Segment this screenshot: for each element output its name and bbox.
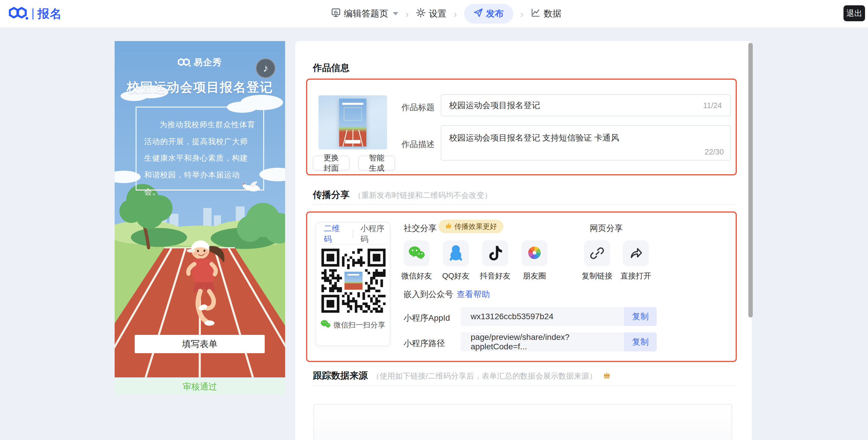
title-field-label: 作品标题 [402,102,435,113]
poster-intro-text: 为推动我校师生群众性体育活动的开展，提高我校广大师生健康水平和身心素质，构建和谐… [144,116,255,200]
tab-separator [353,229,353,238]
vip-crown-icon [602,371,611,382]
open-direct-button[interactable] [623,240,649,266]
social-share-badge: 传播效果更好 [438,220,503,233]
desc-field-label: 作品描述 [402,139,435,150]
exit-button[interactable]: 退出 [843,5,865,21]
editor-screen-icon [331,8,341,20]
fill-form-button[interactable]: 填写表单 [135,335,265,353]
step-nav: 编辑答题页 › 设置 [331,0,561,28]
music-note-icon: ♪ [263,62,268,74]
music-toggle-button[interactable]: ♪ [255,58,276,78]
share-moments-label[interactable]: 朋友圈 [511,271,558,281]
tracking-empty-box [313,404,732,440]
share-moments-button[interactable] [522,240,548,266]
social-share-title: 社交分享 [404,223,437,234]
tiktok-note-icon [488,245,503,262]
qr-tabs-divider [320,244,387,245]
nav-step-data[interactable]: 数据 [531,8,561,20]
panel-scrollbar[interactable] [748,43,753,317]
path-value-box: page/preview/share/index?appletCode=f... [461,333,624,351]
share-section-note: （重新发布时链接和二维码均不会改变） [354,191,492,200]
yiqixiu-logo-white-icon [178,58,191,67]
publish-page: 报名 编辑答题页 › [0,0,868,440]
share-wechat-button[interactable] [404,240,430,266]
poster-title: 校园运动会项目报名登记 [115,79,285,96]
nav-step-label: 发布 [486,8,504,20]
share-douyin-button[interactable] [482,240,508,266]
share-box: 二维码 小程序码 [306,212,737,362]
step-separator-icon: › [454,9,457,19]
path-copy-button[interactable]: 复制 [624,333,657,351]
appid-value: wx13126ccb53597b24 [471,312,553,321]
gear-icon [416,8,426,20]
path-label: 小程序路径 [404,338,445,349]
qq-penguin-icon [448,245,463,262]
nav-step-settings[interactable]: 设置 [416,8,446,20]
web-share-title: 网页分享 [590,223,623,234]
wechat-icon [320,319,331,330]
cover-thumbnail[interactable] [318,95,387,150]
nav-step-label: 设置 [429,8,446,20]
open-direct-label[interactable]: 直接打开 [612,271,659,281]
work-info-section-title: 作品信息 [313,62,349,74]
review-status-badge: 审核通过 [115,379,285,395]
change-cover-button[interactable]: 更换封面 [313,156,349,170]
qr-code-image[interactable] [321,249,385,313]
embed-label: 嵌入到公众号 [404,289,453,300]
tracking-divider [313,385,737,386]
share-arrow-icon [628,245,643,261]
share-qq-button[interactable] [443,240,469,266]
ai-generate-button[interactable]: 智能生成 [359,156,395,170]
brand-logo[interactable]: 报名 [9,0,62,28]
appid-value-box: wx13126ccb53597b24 [461,307,624,326]
empty-state-illustration [471,416,571,440]
qr-scan-hint: 微信扫一扫分享 [316,319,390,330]
logo-divider [32,8,33,20]
qr-card: 二维码 小程序码 [315,222,390,346]
poster-brand-text: 易企秀 [194,56,222,68]
wechat-icon [408,245,425,261]
step-separator-icon: › [520,9,524,19]
moments-aperture-icon [526,245,542,262]
title-input[interactable] [441,94,731,116]
cover-thumbnail-image [339,99,366,147]
nav-step-label: 编辑答题页 [344,8,388,20]
qr-tabs: 二维码 小程序码 [316,227,390,240]
title-char-counter: 11/24 [703,101,722,110]
nav-step-publish-active[interactable]: 发布 [464,4,513,24]
path-value: page/preview/share/index?appletCode=f... [471,333,624,351]
yiqixiu-logo-icon [9,6,28,21]
poster-intro-box: 为推动我校师生群众性体育活动的开展，提高我校广大师生健康水平和身心素质，构建和谐… [135,106,264,190]
desc-char-counter: 22/30 [705,147,724,157]
step-separator-icon: › [405,9,409,19]
embed-help-link[interactable]: 查看帮助 [457,289,490,300]
work-info-box: 作品标题 11/24 作品描述 校园运动会项目报名登记 支持短信验证 卡通风 2… [306,78,737,176]
share-section-title: 传播分享（重新发布时链接和二维码均不会改变） [313,189,492,201]
appid-copy-button[interactable]: 复制 [624,307,657,326]
desc-textarea-wrap: 校园运动会项目报名登记 支持短信验证 卡通风 22/30 [441,125,731,161]
tracking-section-note: （使用如下链接/二维码分享后，表单汇总的数据会展示数据来源） [372,372,597,380]
appid-label: 小程序AppId [404,312,450,324]
send-plane-icon [473,8,483,20]
desc-textarea[interactable]: 校园运动会项目报名登记 支持短信验证 卡通风 [441,126,730,160]
share-divider [313,204,737,205]
qr-center-thumbnail [343,270,364,291]
chevron-down-icon[interactable] [393,12,398,15]
publish-settings-panel: 作品信息 作品标题 11/24 作品描述 校园运动会项目报名登记 支持短信验证 … [295,41,752,440]
logo-text: 报名 [37,6,62,22]
top-bar: 报名 编辑答题页 › [0,0,868,28]
tab-qrcode[interactable]: 二维码 [324,223,346,245]
copy-link-button[interactable] [584,240,610,266]
link-icon [590,245,604,261]
poster-preview[interactable]: 易企秀 ♪ 校园运动会项目报名登记 为推动我校师生群众性体育活动的开展，提高我校… [115,41,285,377]
nav-step-label: 数据 [544,8,561,20]
tab-miniprogram-code[interactable]: 小程序码 [361,223,390,245]
nav-step-edit[interactable]: 编辑答题页 [331,8,398,20]
line-chart-icon [531,8,541,20]
thumbs-up-icon [445,222,452,231]
tracking-section-title: 跟踪数据来源（使用如下链接/二维码分享后，表单汇总的数据会展示数据来源） [313,370,611,382]
